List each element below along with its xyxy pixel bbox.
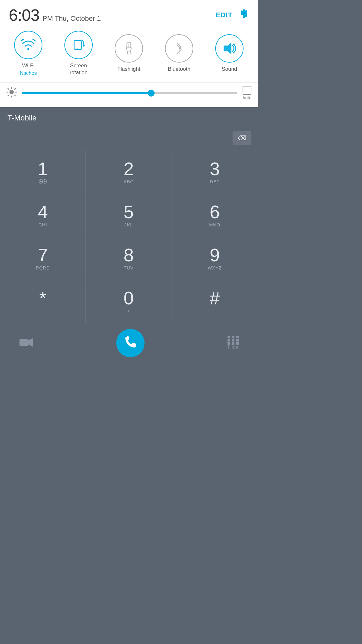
carrier-name: T-Mobile	[8, 114, 36, 122]
time-section: 6:03 PM Thu, October 1	[9, 6, 101, 25]
backspace-button[interactable]: ⌫	[233, 131, 251, 145]
flashlight-label: Flashlight	[118, 66, 140, 73]
quick-settings-panel: 6:03 PM Thu, October 1 EDIT	[0, 0, 258, 107]
svg-line-16	[8, 95, 9, 96]
bluetooth-circle	[165, 34, 193, 63]
svg-line-14	[14, 95, 15, 96]
key-6[interactable]: 6 MNO	[172, 194, 258, 237]
key-1[interactable]: 1	[0, 151, 86, 194]
svg-marker-7	[224, 43, 231, 53]
key-6-letters: MNO	[209, 222, 220, 228]
svg-point-1	[78, 48, 79, 49]
sound-toggle[interactable]: Sound	[211, 34, 248, 73]
settings-icon[interactable]	[239, 9, 249, 21]
key-9-letters: WXYZ	[208, 265, 222, 271]
auto-brightness-toggle[interactable]: Auto	[242, 86, 251, 100]
dialer-bottom: Hide	[0, 323, 258, 363]
key-4-letters: GHI	[38, 222, 47, 228]
status-bar: 6:03 PM Thu, October 1 EDIT	[0, 0, 258, 28]
clock-time: 6:03	[9, 6, 39, 25]
brightness-row: Auto	[0, 82, 258, 107]
svg-point-20	[44, 181, 46, 182]
key-0[interactable]: 0 +	[86, 280, 172, 323]
call-button[interactable]	[116, 329, 145, 357]
bluetooth-toggle[interactable]: Bluetooth	[160, 34, 198, 73]
key-7-letters: PQRS	[36, 265, 50, 271]
brightness-icon	[6, 87, 17, 100]
video-call-button[interactable]	[19, 337, 33, 349]
key-hash[interactable]: #	[172, 280, 258, 323]
sound-circle	[215, 34, 244, 63]
screen-rotation-label: Screenrotation	[70, 62, 88, 76]
svg-rect-26	[228, 339, 230, 341]
clock-date: PM Thu, October 1	[42, 14, 101, 23]
wifi-label: Wi-Fi	[22, 62, 35, 69]
svg-rect-25	[236, 336, 239, 338]
key-4[interactable]: 4 GHI	[0, 194, 86, 237]
keypad: 1 2 ABC 3 DEF 4 GHI 5 JKL	[0, 151, 258, 323]
hide-keypad-button[interactable]: Hide	[228, 336, 239, 350]
status-right: EDIT	[216, 9, 249, 21]
phone-icon	[124, 336, 137, 351]
wifi-toggle[interactable]: Wi-Fi Nachos	[9, 31, 47, 76]
key-3-letters: DEF	[210, 179, 220, 185]
svg-rect-31	[236, 342, 239, 345]
svg-line-15	[14, 88, 15, 89]
screen-rotation-circle	[64, 31, 93, 59]
svg-rect-27	[232, 339, 234, 341]
wifi-toggle-circle	[14, 31, 42, 59]
hide-label: Hide	[228, 345, 239, 350]
carrier-bar: T-Mobile	[0, 107, 258, 125]
edit-button[interactable]: EDIT	[216, 11, 233, 19]
bluetooth-label: Bluetooth	[168, 66, 190, 73]
flashlight-toggle[interactable]: Flashlight	[110, 34, 148, 73]
key-star[interactable]: *	[0, 280, 86, 323]
dialer-section: T-Mobile ⌫ 1 2 ABC 3 DEF	[0, 107, 258, 363]
screen-rotation-toggle[interactable]: Screenrotation	[60, 31, 97, 76]
svg-rect-0	[74, 41, 82, 49]
svg-line-13	[8, 88, 9, 89]
svg-marker-22	[28, 338, 33, 347]
brightness-fill	[22, 92, 151, 94]
key-9[interactable]: 9 WXYZ	[172, 237, 258, 280]
key-7[interactable]: 7 PQRS	[0, 237, 86, 280]
key-2-letters: ABC	[124, 179, 134, 185]
brightness-thumb	[148, 90, 155, 97]
svg-point-8	[9, 90, 14, 94]
key-8-letters: TUV	[124, 265, 134, 271]
auto-checkbox	[243, 86, 251, 95]
key-3[interactable]: 3 DEF	[172, 151, 258, 194]
flashlight-circle	[115, 34, 143, 63]
key-8[interactable]: 8 TUV	[86, 237, 172, 280]
key-5-letters: JKL	[124, 222, 133, 228]
brightness-slider[interactable]	[22, 92, 237, 94]
svg-marker-3	[126, 48, 131, 52]
svg-point-18	[40, 181, 42, 182]
dialer-display: ⌫	[0, 125, 258, 151]
svg-rect-30	[232, 342, 234, 345]
key-0-letters: +	[127, 308, 130, 314]
key-5[interactable]: 5 JKL	[86, 194, 172, 237]
svg-rect-21	[19, 339, 28, 346]
svg-rect-29	[228, 342, 230, 345]
quick-toggles: Wi-Fi Nachos Screenrotation	[0, 28, 258, 82]
auto-label: Auto	[242, 95, 251, 100]
wifi-network: Nachos	[20, 70, 37, 76]
svg-rect-4	[127, 52, 130, 54]
svg-rect-24	[232, 336, 234, 338]
key-2[interactable]: 2 ABC	[86, 151, 172, 194]
svg-rect-23	[228, 336, 230, 338]
sound-label: Sound	[222, 66, 237, 73]
svg-rect-28	[236, 339, 239, 341]
